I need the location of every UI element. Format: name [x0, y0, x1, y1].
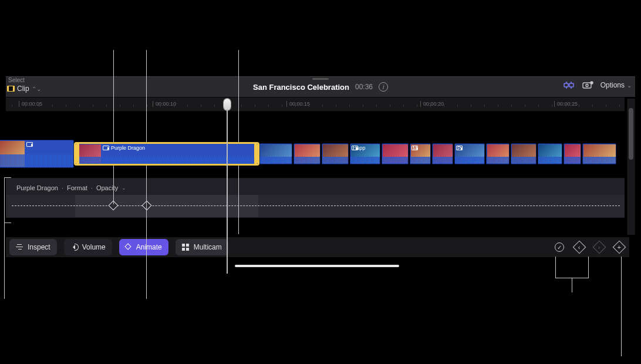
callout-line	[4, 177, 5, 299]
ruler-microtick	[106, 105, 107, 107]
ruler-microtick	[66, 105, 66, 107]
checkmark-circle-icon: ✓	[555, 242, 564, 252]
ruler-microtick	[79, 105, 80, 107]
diamond-left-icon: ‹	[573, 241, 586, 254]
ruler-microtick	[120, 105, 120, 107]
ruler-microtick	[619, 105, 620, 107]
timeline-clip[interactable]: Happ	[350, 143, 380, 164]
ruler-microtick	[336, 105, 336, 107]
options-label: Options	[600, 81, 625, 89]
clip-audio-waveform	[350, 157, 380, 164]
timeline-clip[interactable]	[582, 143, 616, 164]
timeline-clip[interactable]	[322, 143, 349, 164]
updown-chevron-icon: ⌃⌄	[32, 86, 41, 92]
ruler-microtick	[133, 105, 134, 107]
header-right-tools: Options ⌄	[563, 80, 632, 90]
timeline-clip[interactable]: M	[410, 143, 431, 164]
clip-label: Happ	[353, 145, 366, 151]
timeline-clip[interactable]	[382, 143, 409, 164]
keyframe-parameter: Opacity	[96, 184, 118, 191]
timeline-clip[interactable]: Purple Dragon	[75, 143, 258, 164]
timeline-clip[interactable]	[293, 143, 320, 164]
enable-keyframes-button[interactable]: ✓	[553, 241, 566, 254]
keyframe-clip-name: Purple Dragon	[16, 184, 58, 191]
ruler-tick-label: 00:00:25	[557, 101, 578, 107]
clip-audio-waveform	[260, 157, 292, 164]
clip-audio-waveform	[322, 157, 348, 164]
ruler-microtick	[349, 105, 350, 107]
horizontal-scrollbar[interactable]	[235, 265, 399, 267]
animate-button[interactable]: Animate	[119, 239, 168, 255]
ruler-microtick	[484, 105, 485, 107]
multicam-button[interactable]: Multicam	[176, 239, 228, 255]
clip-trim-handle-right[interactable]	[254, 144, 258, 164]
record-voiceover-icon[interactable]	[582, 80, 593, 90]
callout-line	[4, 177, 11, 178]
timeline-clip[interactable]	[432, 143, 453, 164]
primary-storyline-track[interactable]: Purple DragonHappMP	[0, 143, 625, 164]
volume-label: Volume	[82, 243, 106, 251]
timeline-clip[interactable]	[0, 140, 74, 168]
vertical-scroll-handle[interactable]	[629, 108, 633, 160]
keyframe-parameter-popup[interactable]: Purple Dragon · Format · Opacity ⌄	[16, 184, 126, 191]
clip-trim-handle-left[interactable]	[76, 144, 79, 164]
playhead[interactable]	[224, 99, 231, 110]
ruler-microtick	[282, 105, 282, 107]
svg-rect-0	[564, 83, 568, 87]
ruler-microtick	[606, 105, 606, 107]
timeline-clip[interactable]	[511, 143, 537, 164]
ruler-microtick	[187, 105, 188, 107]
next-keyframe-button[interactable]: ›	[593, 241, 606, 254]
keyframe-editor: Purple Dragon · Format · Opacity ⌄	[6, 178, 625, 218]
ruler-microtick	[174, 105, 174, 107]
chevron-down-icon: ⌄	[122, 185, 126, 191]
timeline-clip[interactable]	[538, 143, 562, 164]
vertical-scrollbar[interactable]	[627, 99, 635, 235]
previous-keyframe-button[interactable]: ‹	[573, 241, 586, 254]
inspect-button[interactable]: Inspect	[9, 239, 57, 255]
ruler-tick: 00:00:10	[153, 101, 176, 107]
callout-line	[4, 223, 11, 223]
resize-handle-icon[interactable]	[312, 78, 329, 80]
ruler-microtick	[160, 105, 161, 107]
volume-button[interactable]: Volume	[64, 239, 112, 255]
svg-point-7	[586, 85, 588, 87]
keyframe-lane[interactable]	[6, 195, 625, 217]
clip-audio-waveform	[564, 157, 581, 164]
keyframe-value-line[interactable]	[12, 205, 620, 206]
callout-line	[621, 257, 622, 356]
clip-audio-waveform	[76, 157, 258, 164]
timeline-ruler[interactable]: 00:00:0500:00:1000:00:1500:00:2000:00:25	[6, 97, 625, 112]
add-keyframe-button[interactable]: +	[613, 241, 626, 254]
ruler-microtick	[498, 105, 498, 107]
clip-label: M	[413, 145, 417, 151]
clip-label: P	[457, 145, 461, 151]
ruler-microtick	[417, 105, 417, 107]
ruler-microtick	[322, 105, 323, 107]
timeline-clip[interactable]	[259, 143, 292, 164]
options-menu[interactable]: Options ⌄	[600, 81, 632, 89]
separator-dot: ·	[91, 184, 93, 191]
info-icon[interactable]: i	[379, 82, 388, 92]
svg-rect-1	[569, 83, 573, 87]
timeline-clip[interactable]	[564, 143, 581, 164]
project-duration: 00:36	[355, 83, 373, 91]
sliders-icon	[16, 244, 24, 251]
timeline-clip[interactable]: P	[454, 143, 485, 164]
clip-audio-waveform	[382, 157, 408, 164]
ruler-microtick	[363, 105, 363, 107]
connected-clips-icon[interactable]	[563, 80, 575, 90]
ruler-microtick	[147, 105, 147, 107]
ruler-microtick	[403, 105, 404, 107]
ruler-microtick	[579, 105, 579, 107]
chevron-down-icon: ⌄	[627, 82, 632, 89]
timeline-clip[interactable]	[486, 143, 510, 164]
select-mode-popup[interactable]: Clip ⌃⌄	[7, 85, 41, 93]
project-title: San Francisco Celebration	[253, 83, 349, 92]
ruler-microtick	[552, 105, 552, 107]
ruler-microtick	[565, 105, 566, 107]
ruler-tick: 00:00:20	[420, 101, 444, 107]
ruler-tick-label: 00:00:15	[289, 101, 310, 107]
clip-audio-waveform	[538, 157, 562, 164]
clip-audio-waveform	[583, 157, 616, 164]
